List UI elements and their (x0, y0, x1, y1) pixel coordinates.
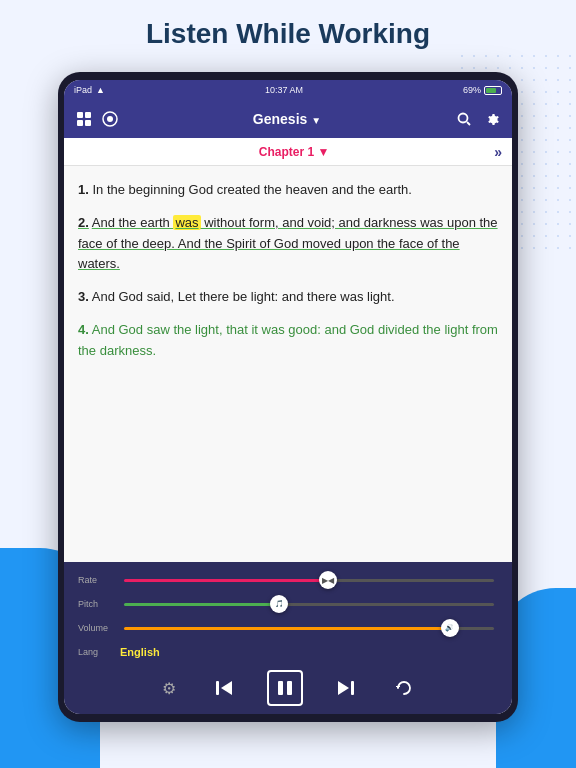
svg-marker-9 (338, 681, 349, 695)
verse-2-number: 2. (78, 215, 89, 230)
device-label: iPad (74, 85, 92, 95)
verse-1: 1. In the beginning God created the heav… (78, 180, 498, 201)
rate-slider-row: Rate ▶◀ (78, 570, 498, 590)
repeat-button[interactable] (389, 673, 419, 703)
verse-3: 3. And God said, Let there be light: and… (78, 287, 498, 308)
grid-menu-icon[interactable] (74, 109, 94, 129)
device-frame: iPad ▲ 10:37 AM 69% (58, 72, 518, 722)
rate-label: Rate (78, 575, 120, 585)
grid-cell (85, 120, 91, 126)
svg-rect-4 (216, 681, 219, 695)
verse-2: 2. And the earth was without form, and v… (78, 213, 498, 275)
audio-icon[interactable] (100, 109, 120, 129)
grid-cell (77, 120, 83, 126)
verse-4-text: And God saw the light, that it was good:… (78, 322, 498, 358)
play-pause-button[interactable] (267, 670, 303, 706)
lang-row: Lang English (78, 642, 498, 662)
verse-3-text: And God said, Let there be light: and th… (92, 289, 395, 304)
pitch-track[interactable]: 🎵 (124, 603, 494, 606)
playback-controls: ⚙ (64, 668, 512, 714)
status-left: iPad ▲ (74, 85, 105, 95)
grid-cell (77, 112, 83, 118)
rate-thumb[interactable]: ▶◀ (319, 571, 337, 589)
verse-2-highlighted-word: was (173, 215, 200, 230)
verse-2-text-part1: And the earth (92, 215, 174, 230)
next-button[interactable] (331, 673, 361, 703)
volume-track[interactable]: 🔊 (124, 627, 494, 630)
header-right-icons (454, 109, 502, 129)
status-bar: iPad ▲ 10:37 AM 69% (64, 80, 512, 100)
verse-4: 4. And God saw the light, that it was go… (78, 320, 498, 362)
wifi-icon: ▲ (96, 85, 105, 95)
settings-ctrl-label: ⚙ (162, 679, 176, 698)
prev-button[interactable] (209, 673, 239, 703)
pitch-thumb[interactable]: 🎵 (270, 595, 288, 613)
lang-value[interactable]: English (120, 646, 160, 658)
verse-1-text: In the beginning God created the heaven … (92, 182, 411, 197)
header-book-title[interactable]: Genesis ▼ (120, 111, 454, 127)
volume-label: Volume (78, 623, 120, 633)
chapter-nav-icon[interactable]: » (494, 144, 502, 160)
svg-rect-7 (287, 681, 292, 695)
svg-rect-6 (278, 681, 283, 695)
book-label: Genesis (253, 111, 307, 127)
search-icon[interactable] (454, 109, 474, 129)
battery-percent: 69% (463, 85, 481, 95)
chapter-label[interactable]: Chapter 1 ▼ (259, 145, 330, 159)
pitch-label: Pitch (78, 599, 120, 609)
verse-3-number: 3. (78, 289, 89, 304)
settings-icon[interactable] (482, 109, 502, 129)
chapter-bar: Chapter 1 ▼ » (64, 138, 512, 166)
svg-point-1 (107, 116, 113, 122)
svg-point-2 (459, 114, 468, 123)
battery-fill (486, 88, 496, 93)
page-title: Listen While Working (0, 18, 576, 50)
header-left-icons (74, 109, 120, 129)
rate-track[interactable]: ▶◀ (124, 579, 494, 582)
verse-4-number: 4. (78, 322, 89, 337)
grid-icon-inner (77, 112, 91, 126)
audio-bar: Rate ▶◀ Pitch 🎵 Volume (64, 562, 512, 668)
grid-cell (85, 112, 91, 118)
book-chevron: ▼ (311, 115, 321, 126)
volume-thumb[interactable]: 🔊 (441, 619, 459, 637)
verse-1-number: 1. (78, 182, 89, 197)
device-screen: iPad ▲ 10:37 AM 69% (64, 80, 512, 714)
lang-label: Lang (78, 647, 120, 657)
content-area: 1. In the beginning God created the heav… (64, 166, 512, 562)
volume-slider-row: Volume 🔊 (78, 618, 498, 638)
svg-rect-8 (351, 681, 354, 695)
app-header: Genesis ▼ (64, 100, 512, 138)
settings-ctrl-icon[interactable]: ⚙ (157, 676, 181, 700)
status-time: 10:37 AM (265, 85, 303, 95)
svg-line-3 (467, 122, 470, 125)
svg-marker-5 (221, 681, 232, 695)
pitch-slider-row: Pitch 🎵 (78, 594, 498, 614)
status-right: 69% (463, 85, 502, 95)
battery-icon (484, 86, 502, 95)
